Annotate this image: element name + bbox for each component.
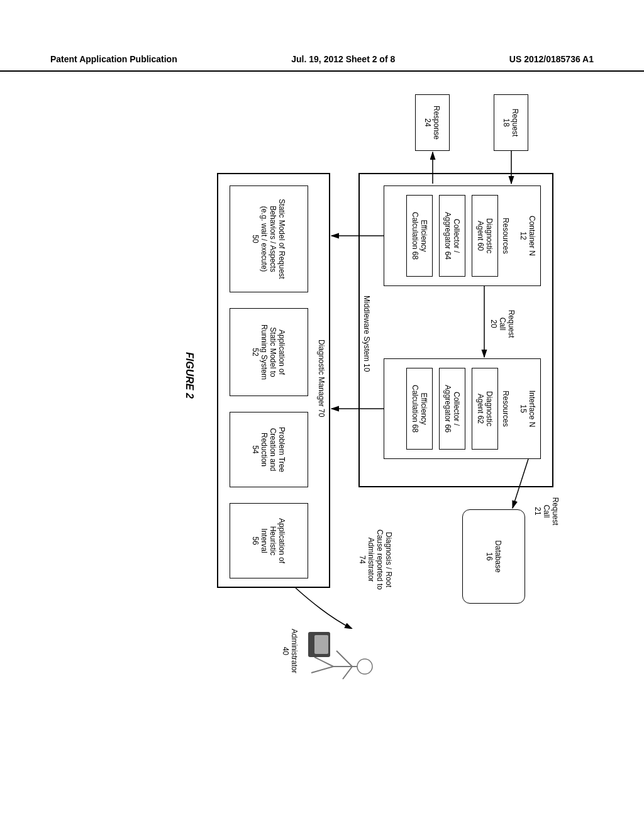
svg-rect-2	[314, 635, 328, 654]
rc20-l3: 20	[489, 302, 498, 346]
sm-l2: Behaviors / Aspects	[269, 206, 278, 272]
diag-l4: 74	[358, 516, 367, 604]
hr-l4: 56	[252, 536, 260, 545]
container-collector: Collector / Aggregator 64	[439, 195, 465, 277]
interface-num: 15	[519, 404, 528, 412]
sm-l3: (e.g. wait / execute)	[260, 206, 269, 272]
container-collector-l2: Aggregator 64	[443, 212, 452, 260]
as-l4: 52	[252, 348, 260, 356]
header-center: Jul. 19, 2012 Sheet 2 of 8	[291, 54, 395, 64]
container-agent-l2: Agent 60	[476, 221, 485, 251]
interface-agent-l2: Agent 62	[476, 394, 485, 424]
database-l2: 16	[485, 552, 494, 560]
administrator-icon	[300, 622, 377, 698]
hr-l3: Interval	[260, 528, 269, 553]
container-efficiency-l2: Calculation 68	[411, 212, 419, 260]
heuristic-box: Application of Heuristic Interval 56	[230, 503, 308, 578]
interface-collector-l2: Aggregator 66	[443, 385, 452, 433]
interface-efficiency-l1: Efficiency	[419, 392, 428, 424]
request-call-20: Request Call 20	[489, 302, 516, 346]
request-num: 18	[502, 118, 511, 126]
diag-l2: Cause reported to	[375, 516, 384, 604]
interface-agent-l1: Diagnostic	[485, 391, 494, 426]
diag-l3: Administrator	[367, 516, 375, 604]
container-resources-label: Resources	[501, 218, 510, 253]
diag-l1: Diagnosis / Root	[384, 516, 393, 604]
diagnosis-text: Diagnosis / Root Cause reported to Admin…	[358, 516, 393, 604]
pt-l3: Reduction	[260, 433, 269, 467]
diagnostic-manager-label: Diagnostic Manager 70	[317, 340, 326, 417]
container-efficiency-l1: Efficiency	[419, 219, 428, 252]
interface-efficiency: Efficiency Calculation 68	[406, 368, 433, 450]
header-right: US 2012/0185736 A1	[509, 54, 594, 64]
interface-collector-l1: Collector /	[452, 392, 461, 426]
database-box: Database 16	[462, 509, 525, 604]
static-model-box: Static Model of Request Behaviors / Aspe…	[230, 185, 308, 292]
hr-l1: Application of	[278, 518, 287, 563]
rc21-l1: Request	[551, 489, 560, 533]
rc20-l1: Request	[507, 302, 516, 346]
request-box: Request 18	[494, 94, 528, 151]
database-l1: Database	[494, 540, 502, 572]
response-label: Response	[433, 106, 441, 140]
problem-tree-box: Problem Tree Creation and Reduction 54	[230, 412, 308, 487]
rc21-l2: Call	[542, 489, 551, 533]
request-label: Request	[511, 109, 520, 137]
rc20-l2: Call	[498, 302, 507, 346]
interface-efficiency-l2: Calculation 68	[411, 385, 419, 433]
interface-resources-label: Resources	[501, 390, 510, 426]
interface-diagnostic-agent: Diagnostic Agent 62	[472, 368, 498, 450]
as-l2: Static Model to	[269, 327, 278, 377]
middleware-label: Middleware System 10	[362, 296, 371, 372]
figure-label: FIGURE 2	[184, 352, 195, 399]
container-num: 12	[519, 231, 528, 240]
as-l1: Application of	[278, 329, 287, 375]
patent-diagram: Request 18 Response 24 Middleware System…	[0, 126, 566, 629]
as-l3: Running System	[260, 324, 269, 380]
hr-l2: Heuristic	[269, 526, 278, 556]
pt-l2: Creation and	[269, 428, 278, 472]
sm-l1: Static Model of Request	[278, 199, 287, 279]
svg-point-0	[357, 659, 372, 674]
header-left: Patent Application Publication	[50, 54, 177, 64]
container-collector-l1: Collector /	[452, 219, 461, 253]
application-static-box: Application of Static Model to Running S…	[230, 308, 308, 396]
administrator-label: Administrator 40	[281, 629, 299, 673]
rc21-l3: 21	[533, 489, 542, 533]
response-num: 24	[424, 118, 433, 126]
container-efficiency: Efficiency Calculation 68	[406, 195, 433, 277]
pt-l4: 54	[252, 445, 260, 453]
interface-collector: Collector / Aggregator 66	[439, 368, 465, 450]
response-box: Response 24	[415, 94, 450, 151]
request-call-21: Request Call 21	[533, 489, 560, 533]
container-title: Container N	[528, 216, 536, 256]
pt-l1: Problem Tree	[278, 427, 287, 472]
container-agent-l1: Diagnostic	[485, 218, 494, 253]
container-diagnostic-agent: Diagnostic Agent 60	[472, 195, 498, 277]
sm-l4: 50	[252, 235, 260, 243]
interface-title: Interface N	[528, 390, 536, 428]
